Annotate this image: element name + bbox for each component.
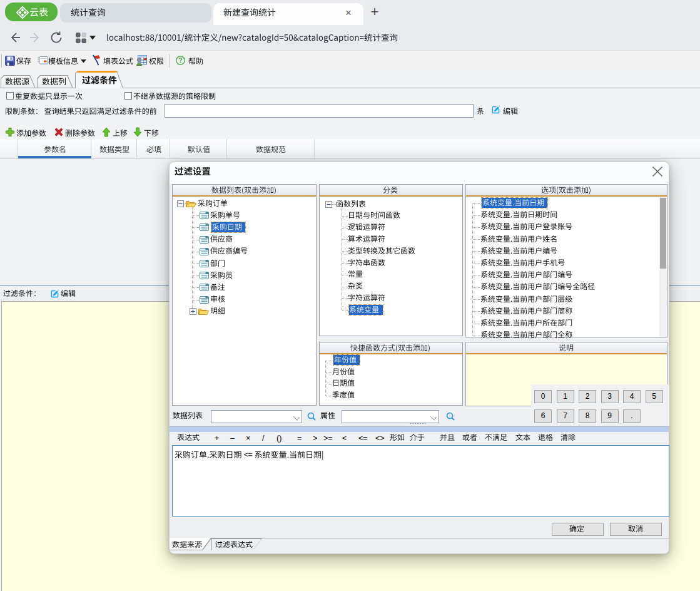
svg-text:?: ? <box>178 57 182 64</box>
